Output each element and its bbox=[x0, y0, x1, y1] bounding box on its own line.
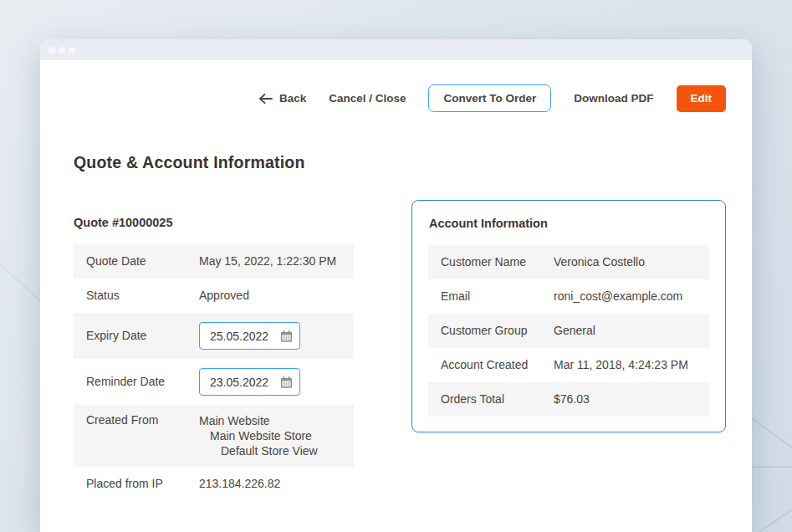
row-value: 213.184.226.82 bbox=[199, 467, 354, 501]
convert-to-order-button[interactable]: Convert To Order bbox=[428, 84, 551, 112]
download-pdf-button[interactable]: Download PDF bbox=[574, 92, 653, 105]
page-title: Quote & Account Information bbox=[74, 153, 726, 172]
row-value: General bbox=[554, 314, 709, 348]
row-label: Expiry Date bbox=[74, 329, 199, 343]
row-label: Email bbox=[428, 279, 554, 314]
app-window: Back Cancel / Close Convert To Order Dow… bbox=[40, 39, 752, 532]
row-label: Reminder Date bbox=[74, 375, 199, 389]
quote-row-placed-from-ip: Placed from IP213.184.226.82 bbox=[74, 467, 354, 501]
quote-heading: Quote #10000025 bbox=[74, 216, 354, 229]
row-value: Main WebsiteMain Website StoreDefault St… bbox=[199, 405, 354, 467]
account-table: Customer NameVeronica CostelloEmailroni_… bbox=[428, 245, 709, 417]
row-value: $76.03 bbox=[554, 382, 709, 417]
window-titlebar bbox=[40, 39, 752, 60]
row-label: Created From bbox=[74, 405, 199, 467]
row-label: Status bbox=[74, 279, 199, 313]
window-control-dot[interactable] bbox=[59, 47, 65, 54]
row-value bbox=[199, 313, 354, 359]
window-control-dot[interactable] bbox=[49, 47, 55, 54]
row-value bbox=[199, 359, 354, 405]
account-information-card: Account Information Customer NameVeronic… bbox=[411, 200, 726, 432]
quote-row-created-from: Created FromMain WebsiteMain Website Sto… bbox=[74, 405, 354, 467]
account-row-customer-group: Customer GroupGeneral bbox=[428, 314, 709, 348]
quote-row-quote-date: Quote DateMay 15, 2022, 1:22:30 PM bbox=[74, 244, 354, 279]
row-label: Customer Name bbox=[428, 245, 554, 279]
quote-section: Quote #10000025 Quote DateMay 15, 2022, … bbox=[74, 200, 354, 501]
expiry-date-field bbox=[199, 322, 300, 350]
row-label: Account Created bbox=[428, 348, 554, 382]
row-value: Veronica Costello bbox=[554, 245, 709, 279]
reminder-date-field bbox=[199, 368, 300, 396]
account-row-orders-total: Orders Total$76.03 bbox=[428, 382, 709, 417]
desktop-background: { "toolbar": { "back_label": "Back", "ca… bbox=[0, 0, 792, 532]
account-row-account-created: Account CreatedMar 11, 2018, 4:24:23 PM bbox=[428, 348, 709, 382]
action-toolbar: Back Cancel / Close Convert To Order Dow… bbox=[74, 84, 726, 112]
row-value: roni_cost@example.com bbox=[554, 279, 709, 314]
account-row-email: Emailroni_cost@example.com bbox=[428, 279, 709, 314]
back-label: Back bbox=[279, 92, 306, 105]
cancel-close-button[interactable]: Cancel / Close bbox=[329, 92, 406, 105]
quote-row-reminder-date: Reminder Date bbox=[74, 359, 354, 405]
edit-button[interactable]: Edit bbox=[677, 85, 727, 112]
row-value: Mar 11, 2018, 4:24:23 PM bbox=[554, 348, 709, 382]
page-content: Back Cancel / Close Convert To Order Dow… bbox=[40, 84, 752, 501]
store-scope-line: Main Website Store bbox=[199, 428, 345, 443]
calendar-icon[interactable] bbox=[280, 330, 293, 342]
row-label: Quote Date bbox=[74, 244, 199, 279]
quote-table: Quote DateMay 15, 2022, 1:22:30 PMStatus… bbox=[74, 244, 354, 501]
row-label: Orders Total bbox=[428, 382, 554, 417]
window-control-dot[interactable] bbox=[69, 47, 75, 54]
quote-row-status: StatusApproved bbox=[74, 279, 354, 313]
info-columns: Quote #10000025 Quote DateMay 15, 2022, … bbox=[74, 200, 726, 501]
row-label: Placed from IP bbox=[74, 467, 199, 501]
quote-row-expiry-date: Expiry Date bbox=[74, 313, 354, 359]
calendar-icon[interactable] bbox=[280, 376, 293, 388]
row-value: May 15, 2022, 1:22:30 PM bbox=[199, 244, 354, 279]
back-arrow-icon bbox=[258, 93, 273, 105]
row-value: Approved bbox=[199, 279, 354, 313]
account-heading: Account Information bbox=[429, 217, 709, 230]
row-label: Customer Group bbox=[428, 314, 554, 348]
back-button[interactable]: Back bbox=[258, 92, 306, 105]
store-scope-line: Main Website bbox=[199, 413, 345, 428]
store-scope-line: Default Store View bbox=[199, 443, 345, 458]
account-row-customer-name: Customer NameVeronica Costello bbox=[428, 245, 709, 279]
